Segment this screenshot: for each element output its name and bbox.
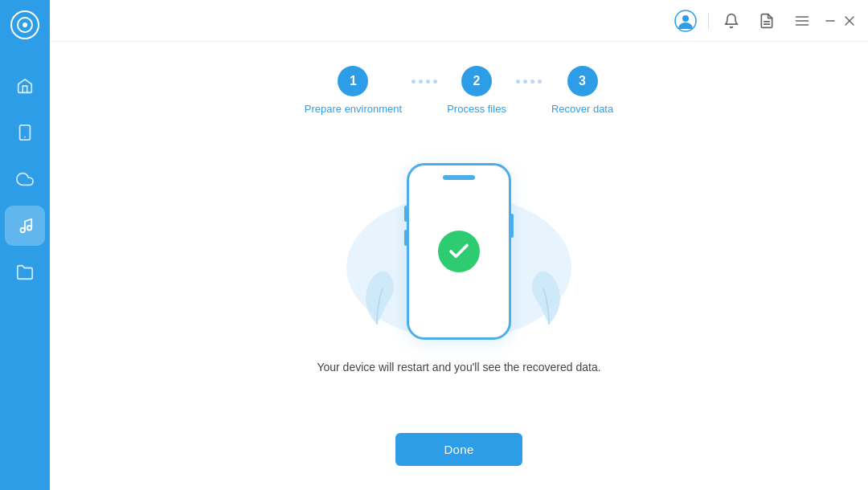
dot xyxy=(538,80,542,84)
sidebar-item-cloud[interactable] xyxy=(5,159,45,199)
doc-button[interactable] xyxy=(754,8,780,34)
sidebar-logo[interactable] xyxy=(0,0,50,50)
menu-button[interactable] xyxy=(789,8,815,34)
bell-button[interactable] xyxy=(719,8,744,34)
step-1: 1 Prepare environment xyxy=(305,66,402,115)
done-button-wrapper: Done xyxy=(50,420,868,490)
leaf-right-icon xyxy=(527,264,571,332)
check-circle xyxy=(438,231,480,272)
minimize-button[interactable] xyxy=(825,15,836,27)
step-2-circle: 2 xyxy=(461,66,492,96)
caption-text: Your device will restart and you'll see … xyxy=(317,361,600,374)
svg-rect-3 xyxy=(20,125,31,140)
phone-button-left1 xyxy=(404,206,407,222)
step-1-circle: 1 xyxy=(338,66,368,96)
steps-area: 1 Prepare environment 2 Process files 3 … xyxy=(50,42,868,123)
leaf-left-icon xyxy=(354,264,399,332)
dot xyxy=(516,80,520,84)
sidebar-item-music[interactable] xyxy=(5,206,45,246)
step-3-circle: 3 xyxy=(567,66,598,96)
svg-point-2 xyxy=(23,22,27,27)
dot xyxy=(433,80,437,84)
close-button[interactable] xyxy=(844,15,855,27)
dot xyxy=(426,80,430,84)
titlebar-divider xyxy=(708,13,709,29)
sidebar-item-device[interactable] xyxy=(5,112,45,153)
phone-scene xyxy=(330,155,588,348)
sidebar-item-home[interactable] xyxy=(5,66,45,106)
dot xyxy=(530,80,534,84)
sidebar-nav xyxy=(0,66,50,292)
phone-button-left2 xyxy=(404,230,407,246)
sidebar xyxy=(0,0,50,490)
phone-illustration xyxy=(407,163,511,340)
phone-button-right xyxy=(510,214,514,238)
step-3: 3 Recover data xyxy=(551,66,613,115)
step-2: 2 Process files xyxy=(447,66,506,115)
dot xyxy=(523,80,527,84)
step-dots-2 xyxy=(506,80,551,84)
dot xyxy=(411,80,416,84)
done-button[interactable]: Done xyxy=(395,433,522,466)
titlebar xyxy=(50,0,868,42)
illustration: Your device will restart and you'll see … xyxy=(50,115,868,420)
dot xyxy=(419,80,423,84)
svg-point-8 xyxy=(682,15,689,22)
window-controls xyxy=(825,15,855,27)
step-1-label: Prepare environment xyxy=(305,103,402,115)
step-2-label: Process files xyxy=(447,103,506,115)
sidebar-item-files[interactable] xyxy=(5,252,45,292)
step-dots-1 xyxy=(402,80,447,84)
account-button[interactable] xyxy=(673,8,698,34)
main-content: 1 Prepare environment 2 Process files 3 … xyxy=(50,0,868,490)
step-3-label: Recover data xyxy=(551,103,613,115)
